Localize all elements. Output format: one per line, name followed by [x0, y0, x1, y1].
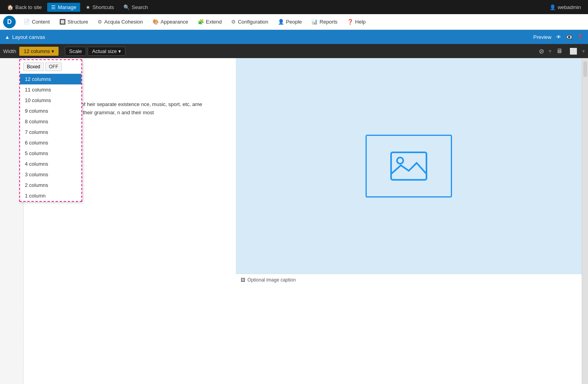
content-icon: 📄 — [24, 19, 30, 25]
user-label: webadmin — [558, 4, 581, 10]
manage-label: Manage — [58, 4, 76, 10]
col-2[interactable]: 2 columns — [20, 180, 81, 190]
nav-help[interactable]: ❓ Help — [342, 14, 371, 30]
menu-icon: ☰ — [51, 4, 56, 10]
nav-reports[interactable]: 📊 Reports — [307, 14, 342, 30]
col-1[interactable]: 1 column — [20, 190, 81, 201]
scale-btn[interactable]: Scale — [65, 47, 86, 56]
reports-icon: 📊 — [311, 19, 318, 25]
col-11[interactable]: 11 columns — [20, 84, 81, 95]
help-icon: ❓ — [347, 19, 353, 25]
nav-appearance[interactable]: 🎨 Appearance — [148, 14, 193, 30]
layout-canvas-label: Layout canvas — [12, 34, 45, 40]
svg-rect-0 — [391, 152, 426, 180]
nav-content[interactable]: 📄 Content — [19, 14, 55, 30]
svg-point-1 — [397, 157, 403, 164]
actual-size-btn[interactable]: Actual size ▾ — [88, 47, 125, 56]
dropdown-top: Boxed OFF — [20, 60, 81, 74]
columns-dropdown-menu: Boxed OFF 12 columns 11 columns 10 colum… — [19, 59, 82, 202]
back-to-site-label: Back to site — [15, 4, 42, 10]
width-label: Width — [3, 48, 16, 54]
col-10[interactable]: 10 columns — [20, 95, 81, 106]
shortcuts-label: Shortcuts — [92, 4, 114, 10]
columns-dropdown-btn[interactable]: 12 columns ▾ — [19, 47, 58, 56]
people-icon: 👤 — [278, 19, 284, 25]
collapse-icon[interactable]: ▲ — [5, 34, 10, 40]
shortcuts-menu[interactable]: ★ Shortcuts — [82, 3, 118, 12]
acquia-icon: ⚙ — [97, 19, 102, 25]
toolbar-row: Width 12 columns ▾ Boxed OFF 12 columns … — [0, 44, 588, 58]
col-12[interactable]: 12 columns — [20, 74, 81, 84]
nav-structure[interactable]: 🔲 Structure — [55, 14, 93, 30]
search-bar[interactable]: 🔍 Search — [119, 3, 152, 12]
nav-acquia-cohesion[interactable]: ⚙ Acquia Cohesion — [93, 14, 147, 30]
layout-canvas-header: ▲ Layout canvas Preview 👁 👁‍🗨 ❓ — [0, 30, 588, 44]
columns-btn-label: 12 columns — [24, 48, 50, 54]
structure-icon: 🔲 — [59, 19, 66, 25]
preview-btn[interactable]: Preview — [533, 34, 551, 40]
drupal-logo: D — [3, 16, 16, 28]
actual-size-label: Actual size — [92, 48, 117, 54]
back-to-site[interactable]: 🏠 Back to site — [3, 3, 46, 12]
caption-text: Optional image caption — [248, 277, 296, 283]
square-icon-btn[interactable]: ⬜ — [567, 47, 580, 56]
chevron-down2-icon: ▾ — [118, 48, 121, 54]
appearance-icon: 🎨 — [153, 19, 159, 25]
layout-canvas-actions: Preview 👁 👁‍🗨 ❓ — [533, 34, 583, 40]
image-caption: 🖼 Optional image caption — [236, 274, 582, 286]
col-7[interactable]: 7 columns — [20, 127, 81, 137]
col-3[interactable]: 3 columns — [20, 169, 81, 180]
config-icon: ⚙ — [231, 19, 236, 25]
main-content: length heading guages are members of hei… — [0, 58, 588, 384]
nav-people[interactable]: 👤 People — [273, 14, 307, 30]
col-6[interactable]: 6 columns — [20, 137, 81, 148]
layout-canvas-title: ▲ Layout canvas — [5, 34, 45, 40]
scrollbar[interactable] — [583, 61, 587, 77]
home-icon: 🏠 — [7, 4, 13, 10]
caption-icon: 🖼 — [241, 277, 245, 283]
search-icon: 🔍 — [123, 4, 130, 10]
eye-icon[interactable]: 👁 — [556, 34, 561, 40]
extend-icon: 🧩 — [198, 19, 204, 25]
off-btn[interactable]: OFF — [45, 62, 62, 71]
manage-menu[interactable]: ☰ Manage — [47, 3, 80, 12]
columns-dropdown-wrapper: 12 columns ▾ Boxed OFF 12 columns 11 col… — [19, 47, 58, 56]
image-column: 🖼 Optional image caption — [236, 58, 582, 286]
search-label: Search — [132, 4, 148, 10]
col-8[interactable]: 8 columns — [20, 116, 81, 127]
user-icon: 👤 — [549, 4, 556, 10]
image-icon — [389, 150, 428, 182]
help2-icon[interactable]: ❓ — [577, 34, 583, 40]
scale-label: Scale — [69, 48, 82, 54]
desktop-icon-btn[interactable]: 🖥 — [554, 47, 565, 55]
eye2-icon[interactable]: 👁‍🗨 — [566, 34, 572, 40]
admin-bar: 🏠 Back to site ☰ Manage ★ Shortcuts 🔍 Se… — [0, 0, 588, 14]
canvas-area: length heading guages are members of hei… — [24, 58, 582, 384]
image-placeholder — [366, 135, 452, 197]
nav-configuration[interactable]: ⚙ Configuration — [226, 14, 273, 30]
col-5[interactable]: 5 columns — [20, 148, 81, 159]
content-row: length heading guages are members of hei… — [24, 58, 582, 286]
toolbar-right-btns: ⊘ ▾ 🖥 ⬜ ▾ — [537, 47, 585, 56]
cancel-icon-btn[interactable]: ⊘ — [537, 47, 546, 56]
star-icon: ★ — [86, 4, 90, 10]
secondary-nav: D 📄 Content 🔲 Structure ⚙ Acquia Cohesio… — [0, 14, 588, 30]
user-menu[interactable]: 👤 webadmin — [546, 3, 585, 12]
col-4[interactable]: 4 columns — [20, 159, 81, 169]
right-gutter — [582, 58, 588, 384]
col-9[interactable]: 9 columns — [20, 106, 81, 116]
nav-extend[interactable]: 🧩 Extend — [193, 14, 226, 30]
chevron-down-icon: ▾ — [51, 48, 54, 54]
boxed-btn[interactable]: Boxed — [23, 62, 44, 71]
